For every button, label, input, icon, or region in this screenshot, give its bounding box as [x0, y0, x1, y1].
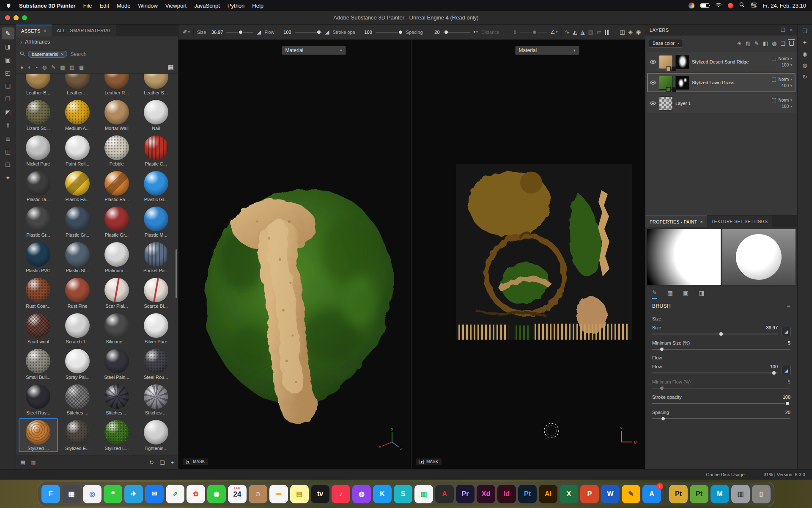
layer-row[interactable]: Stylized Desert Sand Ridge Norm ▾ 100 ▾: [647, 52, 796, 72]
spacing-slider[interactable]: [443, 30, 470, 34]
clone-tool[interactable]: ❐: [2, 94, 14, 105]
dock-mail[interactable]: ✉: [145, 485, 164, 503]
viewport-2d-canvas[interactable]: V U: [412, 40, 645, 469]
layer-opacity[interactable]: 100 ▾: [782, 104, 792, 109]
layer-thumbnail[interactable]: [659, 97, 673, 110]
material-item[interactable]: Mortar Wall: [97, 98, 137, 132]
section-menu-icon[interactable]: ≡: [787, 303, 790, 309]
refresh-assets-icon[interactable]: ↻: [149, 459, 154, 466]
search-filter-token[interactable]: basematerial ×: [28, 51, 67, 58]
dock-substance-painter-gold[interactable]: Pt: [669, 485, 688, 503]
dock-reminders[interactable]: ≔: [269, 485, 288, 503]
display-settings-icon[interactable]: ✦: [803, 39, 807, 46]
dock-illustrator[interactable]: Ai: [539, 485, 557, 503]
export-tool[interactable]: ⇧: [2, 120, 14, 131]
control-center-icon[interactable]: [751, 3, 757, 9]
perspective-cube-icon[interactable]: ◈: [628, 29, 633, 35]
material-item[interactable]: Stitches ...: [136, 383, 176, 417]
material-item[interactable]: Tightenin...: [136, 418, 176, 452]
filter-environments-icon[interactable]: ▤: [70, 64, 74, 70]
material-item[interactable]: Leather S...: [136, 74, 176, 97]
dock-telegram[interactable]: ✈: [124, 485, 143, 503]
minimum-flow-slider[interactable]: [652, 386, 790, 391]
material-item[interactable]: Plastic Fa...: [58, 169, 97, 203]
material-item[interactable]: Steel Rou...: [136, 347, 176, 381]
brush-settings-icon[interactable]: ✎: [652, 287, 657, 299]
menu-item[interactable]: Help: [252, 3, 263, 9]
layer-mask-thumbnail[interactable]: [675, 76, 689, 90]
camera-icon[interactable]: ◉: [636, 29, 641, 35]
shelf-tool[interactable]: ❏: [2, 159, 14, 170]
material-item[interactable]: Steel Rus...: [19, 383, 58, 417]
filter-resources-icon[interactable]: ▩: [79, 64, 84, 70]
material-item[interactable]: Stylized L...: [97, 418, 137, 452]
material-item[interactable]: Nickel Pure: [19, 134, 58, 168]
minimize-window-button[interactable]: [14, 15, 19, 20]
brush-alpha-preview[interactable]: [647, 229, 721, 285]
tab-all-smartmaterial[interactable]: ALL - SMARTMATERIAL: [52, 25, 116, 36]
flow-falloff-icon[interactable]: ◢: [325, 29, 329, 35]
add-smart-material-icon[interactable]: ◍: [772, 40, 776, 47]
dock-acrobat[interactable]: A: [435, 485, 454, 503]
close-tab-icon[interactable]: ×: [700, 219, 702, 224]
material-item[interactable]: Leather B...: [19, 74, 58, 97]
material-item[interactable]: Rust Fine: [58, 276, 97, 310]
dock-music[interactable]: ♪: [332, 485, 350, 503]
material-item[interactable]: Plastic PVC: [19, 240, 58, 274]
material-item[interactable]: Plastic M...: [136, 205, 176, 239]
material-item[interactable]: Silver Pure: [136, 312, 176, 345]
material-item[interactable]: Plastic Fa...: [97, 169, 137, 203]
pause-engine-button[interactable]: [605, 30, 609, 35]
menu-item[interactable]: JavaScript: [194, 3, 220, 9]
filter-alphas-icon[interactable]: ◍: [42, 64, 47, 70]
menu-extra-app-icon[interactable]: [728, 3, 733, 8]
material-item[interactable]: Stitches ...: [97, 383, 137, 417]
dock-painter-blue[interactable]: Pt: [518, 485, 537, 503]
layer-blend-mode[interactable]: Norm ▾: [779, 77, 792, 82]
material-item[interactable]: Stylized ...: [19, 418, 58, 452]
viewport-3d-canvas[interactable]: x y z: [178, 40, 411, 469]
filter-smart-materials-icon[interactable]: ◐: [28, 64, 31, 70]
dock-trash[interactable]: ▯: [752, 485, 771, 503]
material-item[interactable]: Plastic Gr...: [58, 205, 97, 239]
menu-bar-clock[interactable]: Fr. 24. Feb. 23:10: [763, 3, 806, 9]
dock-app-store[interactable]: A 1: [642, 485, 661, 503]
dock-powerpoint[interactable]: P: [580, 485, 599, 503]
layer-effect-thumbnail[interactable]: [666, 66, 671, 71]
symmetry-x-icon[interactable]: ◭: [573, 29, 577, 35]
dock-calendar[interactable]: FEB 24: [228, 485, 247, 503]
close-tab-icon[interactable]: ×: [44, 28, 47, 34]
dock-maps[interactable]: ⇗: [166, 485, 184, 503]
layer-mask-thumbnail[interactable]: [675, 55, 689, 69]
layer-row[interactable]: Stylized Lawn Grass Norm ▾ 100 ▾: [647, 73, 796, 92]
material-item[interactable]: Plastic C...: [136, 134, 176, 168]
layer-visibility-eye-icon[interactable]: [650, 60, 656, 64]
viewport-2d-channel-dropdown[interactable]: Material ▾: [515, 46, 579, 55]
layer-opacity[interactable]: 100 ▾: [782, 83, 792, 88]
material-item[interactable]: Platinum ...: [97, 240, 137, 274]
material-item[interactable]: Scarf wool: [19, 312, 58, 345]
layer-opacity[interactable]: 100 ▾: [782, 63, 792, 67]
material-item[interactable]: Plastic Gl...: [136, 169, 176, 203]
material-item[interactable]: Nail: [136, 98, 176, 132]
add-paint-layer-icon[interactable]: ✎: [754, 40, 759, 47]
layer-row[interactable]: Layer 1 Norm ▾ 100 ▾: [647, 94, 796, 113]
spacing-slider[interactable]: [652, 416, 790, 421]
environment-icon[interactable]: ◍: [802, 62, 807, 69]
dock-keynote[interactable]: K: [373, 485, 392, 503]
add-stencil-icon[interactable]: ▨: [746, 40, 751, 47]
polygon-fill-tool[interactable]: ◰: [2, 67, 14, 78]
list-view-icon[interactable]: ▤: [20, 459, 25, 466]
viewport-3d[interactable]: x y z Material ▾ MASK: [178, 40, 411, 469]
open-folder-icon[interactable]: ❏: [160, 459, 165, 466]
dock-xd[interactable]: Xd: [477, 485, 495, 503]
camera-view-icon[interactable]: ◉: [802, 51, 807, 57]
size-falloff-icon[interactable]: ◢: [782, 327, 791, 336]
menu-item[interactable]: Viewport: [165, 3, 187, 9]
material-preview[interactable]: [722, 229, 796, 285]
dock-photos[interactable]: ✿: [187, 485, 205, 503]
split-view-icon[interactable]: ◫: [620, 29, 625, 35]
filter-materials-icon[interactable]: ●: [20, 64, 23, 70]
material-settings-icon[interactable]: ◨: [699, 287, 704, 299]
menu-item[interactable]: File: [83, 3, 92, 9]
